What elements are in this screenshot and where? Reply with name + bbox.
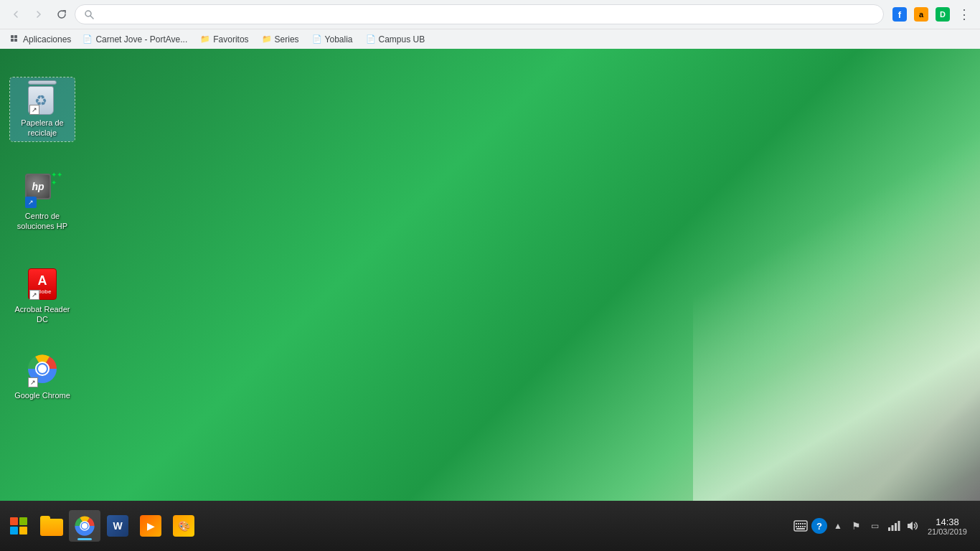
amazon-icon: a <box>914 7 928 22</box>
address-bar[interactable]: Search the web... <box>75 4 884 24</box>
svg-marker-29 <box>908 522 913 530</box>
volume-icon <box>906 520 919 532</box>
start-button[interactable] <box>3 510 34 542</box>
word-taskbar-button[interactable]: W <box>102 510 133 542</box>
svg-rect-3 <box>14 35 17 38</box>
desktop-icon-recycle-bin[interactable]: ↗ Papelera de reciclaje <box>10 77 75 141</box>
svg-rect-21 <box>800 526 801 527</box>
svg-line-1 <box>90 16 93 19</box>
media-player-button[interactable]: ▶ <box>135 510 166 542</box>
back-button[interactable] <box>6 4 26 24</box>
svg-rect-15 <box>798 523 799 524</box>
hp-label: Centro de soluciones HP <box>13 211 72 232</box>
toolbar-icons: f a D ⋮ <box>890 4 974 24</box>
svg-rect-25 <box>888 527 890 531</box>
tablet-icon: ▭ <box>871 521 879 531</box>
bookmark-yobalia[interactable]: 📄 Yobalia <box>306 33 359 46</box>
chrome-taskbar-button[interactable] <box>69 510 100 542</box>
help-icon: ? <box>811 518 827 534</box>
apps-button[interactable]: Aplicaciones <box>6 33 75 46</box>
windows-logo-icon <box>10 517 27 534</box>
svg-point-9 <box>38 364 47 373</box>
bookmark-doc-icon: 📄 <box>83 34 93 44</box>
bookmark-folder-icon: 📁 <box>200 34 210 44</box>
chrome-label: Google Chrome <box>14 390 70 400</box>
media-player-icon: ▶ <box>140 515 161 537</box>
flag-icon: ⚑ <box>852 520 861 532</box>
language-tray-button[interactable]: ⚑ <box>849 510 864 542</box>
svg-rect-4 <box>11 39 14 42</box>
desktop: ↗ Papelera de reciclaje ✦✦✦ hp ↗ Centro … <box>0 49 980 501</box>
paint-button[interactable]: 🎨 <box>168 510 199 542</box>
svg-rect-2 <box>11 35 14 38</box>
bookmark-series[interactable]: 📁 Series <box>256 33 305 46</box>
network-tray-button[interactable] <box>886 510 902 542</box>
chrome-taskbar-icon <box>74 515 95 537</box>
keyboard-tray-icon[interactable] <box>793 510 809 542</box>
taskbar: W ▶ 🎨 ? <box>0 501 980 551</box>
apps-label: Aplicaciones <box>23 34 71 44</box>
bookmark-series-folder-icon: 📁 <box>262 34 272 44</box>
file-explorer-button[interactable] <box>36 510 67 542</box>
forward-button[interactable] <box>29 4 49 24</box>
svg-rect-22 <box>802 526 804 527</box>
facebook-icon: f <box>892 7 907 22</box>
svg-rect-17 <box>802 523 804 524</box>
svg-rect-26 <box>891 525 893 531</box>
svg-rect-28 <box>897 521 900 531</box>
clock-date: 21/03/2019 <box>928 527 967 536</box>
bookmark-campus-doc-icon: 📄 <box>366 34 376 44</box>
help-tray-button[interactable]: ? <box>811 510 827 542</box>
browser-frame: Search the web... f a D ⋮ Aplicacion <box>0 0 980 49</box>
signal-icon <box>887 520 900 532</box>
svg-rect-27 <box>895 523 897 531</box>
dashlane-extension-button[interactable]: D <box>933 4 953 24</box>
chrome-icon: ↗ <box>25 353 60 387</box>
tablet-mode-button[interactable]: ▭ <box>867 510 883 542</box>
svg-rect-20 <box>798 526 799 527</box>
search-input[interactable]: Search the web... <box>98 9 875 20</box>
svg-rect-24 <box>796 528 805 529</box>
facebook-extension-button[interactable]: f <box>890 4 910 24</box>
clock-time: 14:38 <box>936 517 959 527</box>
keyboard-icon <box>793 520 808 532</box>
word-icon: W <box>107 515 128 537</box>
clock-area[interactable]: 14:38 21/03/2019 <box>923 515 971 537</box>
bookmarks-bar: Aplicaciones 📄 Carnet Jove - PortAve... … <box>0 29 980 49</box>
bookmark-favoritos[interactable]: 📁 Favoritos <box>194 33 254 46</box>
volume-tray-button[interactable] <box>905 510 920 542</box>
browser-toolbar: Search the web... f a D ⋮ <box>0 0 980 29</box>
paint-icon: 🎨 <box>173 515 194 537</box>
recycle-bin-icon: ↗ <box>25 80 60 115</box>
svg-rect-23 <box>804 526 806 527</box>
desktop-icon-hp[interactable]: ✦✦✦ hp ↗ Centro de soluciones HP <box>10 171 75 235</box>
hp-icon: ✦✦✦ hp ↗ <box>25 174 60 208</box>
svg-rect-5 <box>14 39 17 42</box>
reload-button[interactable] <box>52 4 72 24</box>
chrome-menu-button[interactable]: ⋮ <box>954 4 974 24</box>
svg-rect-18 <box>804 523 806 524</box>
svg-rect-16 <box>800 523 801 524</box>
desktop-icon-chrome[interactable]: ↗ Google Chrome <box>10 350 75 403</box>
bookmark-carnet[interactable]: 📄 Carnet Jove - PortAve... <box>77 33 193 46</box>
svg-rect-14 <box>796 523 797 524</box>
dashlane-icon: D <box>936 7 950 22</box>
folder-icon <box>40 516 63 536</box>
acrobat-label: Acrobat Reader DC <box>13 304 72 325</box>
svg-point-12 <box>82 523 88 529</box>
amazon-extension-button[interactable]: a <box>911 4 931 24</box>
apps-grid-icon <box>10 34 20 44</box>
recycle-bin-label: Papelera de reciclaje <box>13 118 72 138</box>
svg-rect-19 <box>796 526 797 527</box>
tray-expand-button[interactable]: ▲ <box>830 510 846 542</box>
tray-expand-icon: ▲ <box>834 521 842 531</box>
search-icon <box>84 9 94 19</box>
bookmark-campus[interactable]: 📄 Campus UB <box>360 33 431 46</box>
acrobat-icon: A Adobe ↗ <box>25 267 60 301</box>
system-tray: ? ▲ ⚑ ▭ <box>793 510 977 542</box>
bookmark-yobalia-doc-icon: 📄 <box>312 34 322 44</box>
desktop-icon-acrobat[interactable]: A Adobe ↗ Acrobat Reader DC <box>10 264 75 328</box>
